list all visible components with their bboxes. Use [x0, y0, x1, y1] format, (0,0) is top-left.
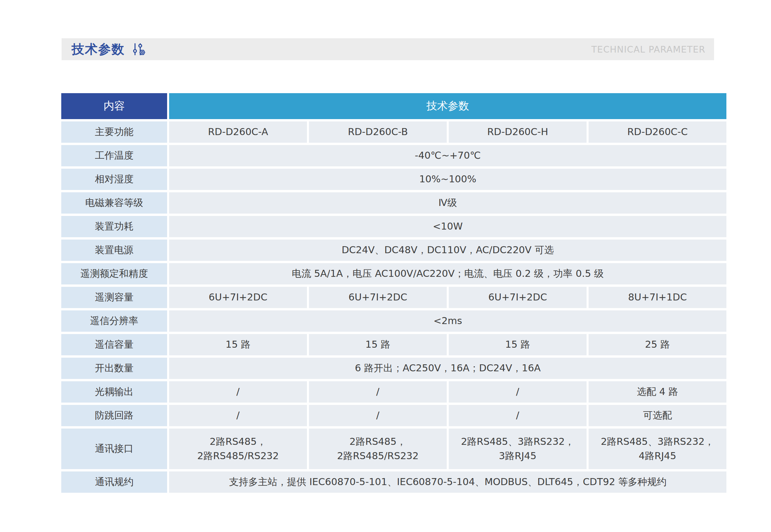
value-cell: RD-D260C-H	[449, 121, 587, 143]
value-cell-span: 10%~100%	[169, 169, 726, 190]
table-row: 遥测额定和精度电流 5A/1A，电压 AC100V/AC220V；电流、电压 0…	[61, 263, 726, 284]
value-cell-span: DC24V、DC48V，DC110V，AC/DC220V 可选	[169, 240, 726, 261]
row-label: 通讯规约	[61, 471, 167, 493]
table-row: 工作温度-40℃~+70℃	[61, 145, 726, 166]
section-header-bar: 技术参数 TECHNICAL PARAMETER	[62, 38, 714, 60]
value-cell: 6U+7I+2DC	[449, 287, 587, 308]
value-cell: 8U+7I+1DC	[589, 287, 726, 308]
table-row: 装置功耗<10W	[61, 216, 726, 237]
value-cell: 6U+7I+2DC	[169, 287, 307, 308]
row-label: 遥信容量	[61, 334, 167, 355]
technical-parameter-table: 内容 技术参数 主要功能RD-D260C-ARD-D260C-BRD-D260C…	[59, 91, 728, 495]
table-row: 光耦输出///选配 4 路	[61, 381, 726, 403]
table-row: 遥测容量6U+7I+2DC6U+7I+2DC6U+7I+2DC8U+7I+1DC	[61, 287, 726, 308]
value-cell: 可选配	[589, 405, 726, 426]
row-label: 通讯接口	[61, 429, 167, 469]
section-subtitle-en: TECHNICAL PARAMETER	[591, 44, 705, 55]
sliders-icon	[131, 42, 146, 57]
table-row: 装置电源DC24V、DC48V，DC110V，AC/DC220V 可选	[61, 240, 726, 261]
section-header-left: 技术参数	[72, 42, 146, 57]
value-cell: RD-D260C-C	[589, 121, 726, 143]
value-cell: /	[449, 381, 587, 403]
column-header-parameters: 技术参数	[169, 93, 726, 119]
column-header-content: 内容	[61, 93, 167, 119]
table-row: 开出数量6 路开出；AC250V，16A；DC24V，16A	[61, 358, 726, 379]
row-label: 防跳回路	[61, 405, 167, 426]
row-label: 光耦输出	[61, 381, 167, 403]
value-cell: 选配 4 路	[589, 381, 726, 403]
value-cell: 6U+7I+2DC	[309, 287, 447, 308]
table-row: 遥信容量15 路15 路15 路25 路	[61, 334, 726, 355]
value-cell: 25 路	[589, 334, 726, 355]
row-label: 装置功耗	[61, 216, 167, 237]
value-cell-span: 支持多主站，提供 IEC60870-5-101、IEC60870-5-104、M…	[169, 471, 726, 493]
row-label: 主要功能	[61, 121, 167, 143]
value-cell: /	[169, 405, 307, 426]
value-cell: /	[169, 381, 307, 403]
value-cell: RD-D260C-A	[169, 121, 307, 143]
value-cell: /	[449, 405, 587, 426]
table-row: 电磁兼容等级Ⅳ级	[61, 192, 726, 214]
row-label: 工作温度	[61, 145, 167, 166]
row-label: 开出数量	[61, 358, 167, 379]
table-row: 主要功能RD-D260C-ARD-D260C-BRD-D260C-HRD-D26…	[61, 121, 726, 143]
value-cell: 15 路	[309, 334, 447, 355]
value-cell-span: <2ms	[169, 310, 726, 332]
value-cell-span: Ⅳ级	[169, 192, 726, 214]
value-cell: 15 路	[169, 334, 307, 355]
row-label: 电磁兼容等级	[61, 192, 167, 214]
value-cell: 15 路	[449, 334, 587, 355]
datasheet-page: 技术参数 TECHNICAL PARAMETER	[0, 0, 771, 532]
row-label: 装置电源	[61, 240, 167, 261]
value-cell-span: -40℃~+70℃	[169, 145, 726, 166]
value-cell-span: <10W	[169, 216, 726, 237]
table-row: 遥信分辨率<2ms	[61, 310, 726, 332]
table-header-row: 内容 技术参数	[61, 93, 726, 119]
value-cell: RD-D260C-B	[309, 121, 447, 143]
row-label: 遥测容量	[61, 287, 167, 308]
value-cell: /	[309, 381, 447, 403]
value-cell: 2路RS485、3路RS232， 3路RJ45	[449, 429, 587, 469]
row-label: 遥信分辨率	[61, 310, 167, 332]
table-row: 通讯规约支持多主站，提供 IEC60870-5-101、IEC60870-5-1…	[61, 471, 726, 493]
value-cell: 2路RS485， 2路RS485/RS232	[169, 429, 307, 469]
value-cell: /	[309, 405, 447, 426]
value-cell: 2路RS485， 2路RS485/RS232	[309, 429, 447, 469]
row-label: 遥测额定和精度	[61, 263, 167, 284]
value-cell: 2路RS485、3路RS232， 4路RJ45	[589, 429, 726, 469]
value-cell-span: 电流 5A/1A，电压 AC100V/AC220V；电流、电压 0.2 级，功率…	[169, 263, 726, 284]
section-title: 技术参数	[72, 43, 125, 56]
table-row: 防跳回路///可选配	[61, 405, 726, 426]
value-cell-span: 6 路开出；AC250V，16A；DC24V，16A	[169, 358, 726, 379]
table-row: 相对湿度10%~100%	[61, 169, 726, 190]
table-row: 通讯接口2路RS485， 2路RS485/RS2322路RS485， 2路RS4…	[61, 429, 726, 469]
row-label: 相对湿度	[61, 169, 167, 190]
